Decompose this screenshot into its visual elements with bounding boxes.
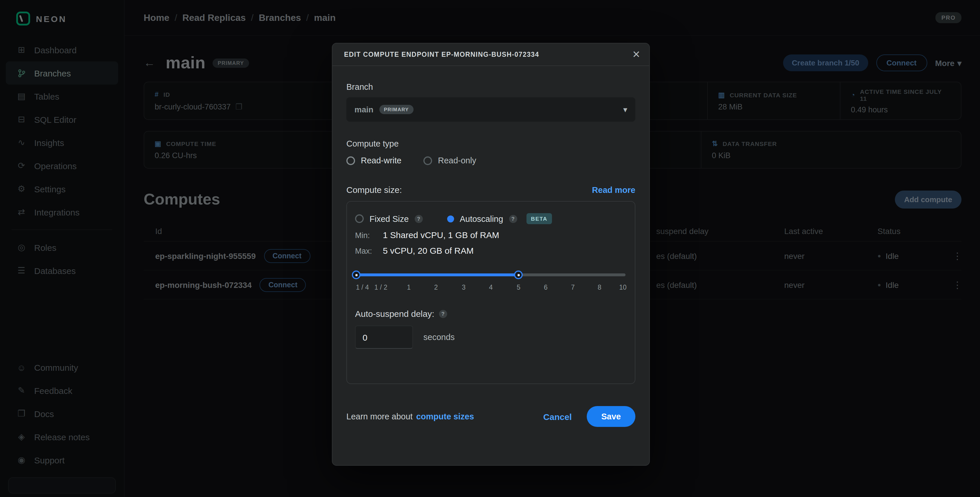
tick-label: 3 — [462, 284, 466, 291]
slider-handle-min[interactable] — [352, 271, 361, 279]
compute-size-box: Fixed Size ? Autoscaling ? BETA Min: 1 S… — [346, 201, 635, 384]
auto-suspend-input-row: seconds — [355, 325, 627, 349]
fixed-size-label: Fixed Size — [369, 214, 409, 223]
edit-compute-endpoint-modal: EDIT COMPUTE ENDPOINT EP-MORNING-BUSH-07… — [332, 43, 650, 466]
help-icon[interactable]: ? — [439, 310, 447, 318]
auto-suspend-input[interactable] — [355, 325, 413, 349]
compute-type-options: Read-write Read-only — [346, 156, 635, 165]
screen: NEON ⊞ Dashboard Branches — [0, 0, 980, 497]
tick-label: 2 — [434, 284, 438, 291]
save-button[interactable]: Save — [587, 406, 635, 427]
read-more-link[interactable]: Read more — [592, 185, 635, 194]
slider-fill — [356, 273, 520, 276]
autoscaling-radio[interactable]: Autoscaling ? BETA — [447, 213, 552, 224]
compute-type-label: Compute type — [346, 139, 635, 148]
slider-handle-max[interactable] — [514, 271, 523, 279]
min-label: Min: — [355, 231, 377, 240]
auto-suspend-unit: seconds — [423, 333, 455, 342]
branch-select-value: main — [355, 105, 373, 114]
compute-sizes-link[interactable]: compute sizes — [416, 412, 474, 421]
read-only-label: Read-only — [438, 156, 476, 165]
tick-label: 7 — [571, 284, 575, 291]
modal-header: EDIT COMPUTE ENDPOINT EP-MORNING-BUSH-07… — [332, 43, 649, 66]
help-icon[interactable]: ? — [414, 215, 423, 223]
learn-more-prefix: Learn more about — [346, 412, 413, 421]
auto-suspend-label-row: Auto-suspend delay: ? — [355, 309, 627, 319]
branch-select[interactable]: main PRIMARY ▾ — [346, 97, 635, 122]
read-write-label: Read-write — [361, 156, 401, 165]
chevron-down-icon: ▾ — [623, 105, 627, 114]
tick-label: 5 — [517, 284, 520, 291]
primary-badge: PRIMARY — [379, 105, 413, 114]
modal-title: EDIT COMPUTE ENDPOINT EP-MORNING-BUSH-07… — [344, 51, 539, 58]
radio-icon — [355, 214, 364, 223]
tick-label: 1 / 2 — [374, 284, 388, 291]
cancel-button[interactable]: Cancel — [543, 411, 572, 421]
min-size-row: Min: 1 Shared vCPU, 1 GB of RAM — [355, 230, 627, 240]
tick-label: 4 — [489, 284, 493, 291]
autoscaling-label: Autoscaling — [460, 214, 503, 223]
tick-label: 1 / 4 — [356, 284, 369, 291]
min-value: 1 Shared vCPU, 1 GB of RAM — [383, 230, 499, 240]
read-write-radio[interactable]: Read-write — [346, 156, 401, 165]
modal-body: Branch main PRIMARY ▾ Compute type Read-… — [332, 66, 649, 465]
compute-size-row: Compute size: Read more — [346, 185, 635, 194]
read-only-radio[interactable]: Read-only — [423, 156, 476, 165]
tick-label: 8 — [598, 284, 601, 291]
modal-footer: Learn more about compute sizes Cancel Sa… — [346, 406, 635, 429]
branch-field-label: Branch — [346, 82, 635, 91]
beta-badge: BETA — [526, 213, 552, 224]
tick-label: 1 — [407, 284, 410, 291]
max-label: Max: — [355, 247, 377, 255]
auto-suspend-label: Auto-suspend delay: — [355, 309, 434, 319]
compute-size-label: Compute size: — [346, 185, 402, 194]
close-icon[interactable]: × — [633, 48, 640, 61]
compute-size-slider[interactable] — [355, 271, 627, 279]
tick-label: 6 — [544, 284, 547, 291]
max-value: 5 vCPU, 20 GB of RAM — [383, 245, 474, 255]
slider-ticks: 1 / 4 1 / 2 1 2 3 4 5 6 7 8 10 — [355, 284, 627, 293]
radio-selected-icon — [447, 215, 454, 222]
max-size-row: Max: 5 vCPU, 20 GB of RAM — [355, 245, 627, 255]
sizing-mode-options: Fixed Size ? Autoscaling ? BETA — [355, 213, 627, 224]
fixed-size-radio[interactable]: Fixed Size ? — [355, 214, 423, 223]
help-icon[interactable]: ? — [509, 215, 517, 223]
learn-more-text: Learn more about compute sizes — [346, 412, 474, 421]
radio-icon — [346, 156, 355, 165]
radio-icon — [423, 156, 432, 165]
tick-label: 10 — [619, 284, 627, 291]
